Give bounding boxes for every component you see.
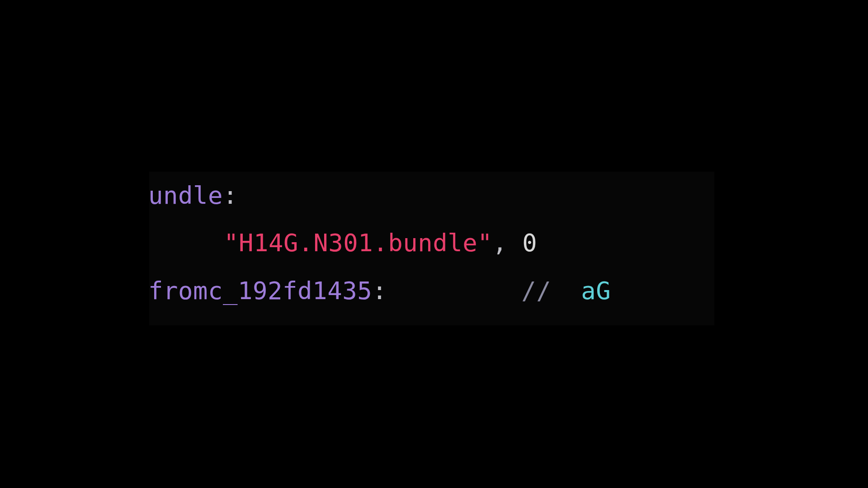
code-colon: : <box>223 181 238 210</box>
code-colon: : <box>372 277 387 305</box>
code-indent <box>149 229 224 257</box>
code-comment-marker: // <box>521 277 551 305</box>
code-number-literal: 0 <box>522 229 537 257</box>
code-space <box>507 229 522 257</box>
code-comment-space <box>551 277 581 305</box>
code-label: fromc_192fd1435 <box>149 277 372 305</box>
code-line-3: fromc_192fd1435: // aG <box>149 267 714 314</box>
code-comment-text: aG <box>581 277 611 305</box>
code-line-2: "H14G.N301.bundle", 0 <box>149 219 714 267</box>
code-gap <box>387 277 521 305</box>
code-label-fragment: undle <box>149 181 223 210</box>
code-editor-viewport[interactable]: undle: "H14G.N301.bundle", 0 fromc_192fd… <box>149 172 714 325</box>
code-comma: , <box>492 229 507 257</box>
code-string-literal: "H14G.N301.bundle" <box>224 229 492 257</box>
code-line-1: undle: <box>149 172 714 219</box>
